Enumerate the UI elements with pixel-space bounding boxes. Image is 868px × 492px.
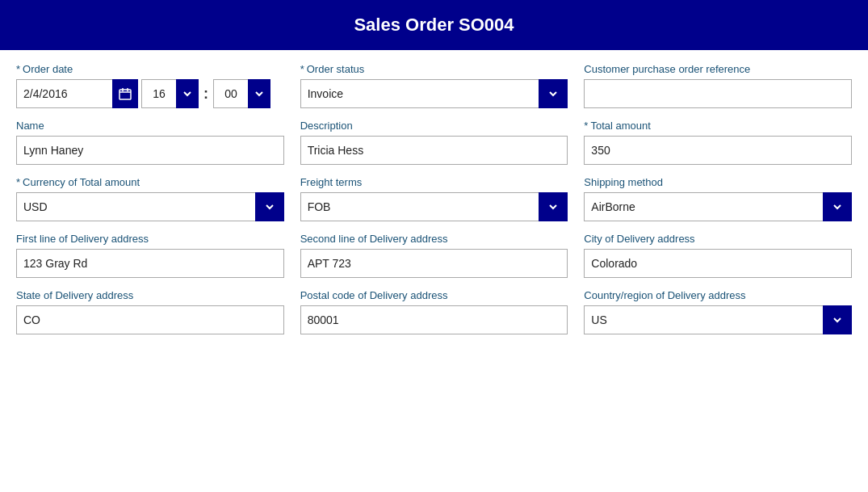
freight-terms-group: Freight terms FOB CIF EXW DDP [300, 176, 568, 221]
currency-select-wrapper: USD EUR GBP CAD [16, 192, 284, 221]
required-star-total: * [584, 120, 588, 132]
description-input[interactable] [300, 136, 568, 165]
delivery-postal-group: Postal code of Delivery address [300, 289, 568, 334]
shipping-method-group: Shipping method AirBorne Ground Express … [584, 176, 852, 221]
form-row-4: First line of Delivery address Second li… [16, 233, 852, 278]
freight-terms-select-wrapper: FOB CIF EXW DDP [300, 192, 568, 221]
order-date-group: *Order date [16, 63, 284, 108]
currency-label: *Currency of Total amount [16, 176, 284, 188]
form-area: *Order date [0, 50, 868, 359]
customer-po-ref-input[interactable] [584, 79, 852, 108]
delivery-city-group: City of Delivery address [584, 233, 852, 278]
currency-select[interactable]: USD EUR GBP CAD [16, 192, 284, 221]
time-minute-dropdown-button[interactable] [248, 79, 270, 108]
required-star-order-status: * [300, 63, 304, 75]
delivery-state-label: State of Delivery address [16, 289, 284, 301]
delivery-city-label: City of Delivery address [584, 233, 852, 245]
delivery-state-input[interactable] [16, 305, 284, 334]
shipping-method-label: Shipping method [584, 176, 852, 188]
order-date-input[interactable] [16, 79, 113, 108]
description-label: Description [300, 120, 568, 132]
customer-po-ref-group: Customer purchase order reference [584, 63, 852, 108]
time-minute-input[interactable] [213, 79, 249, 108]
time-minute-wrap [213, 79, 270, 108]
order-status-group: *Order status Invoice Draft Confirmed Ca… [300, 63, 568, 108]
description-group: Description [300, 120, 568, 165]
delivery-line1-label: First line of Delivery address [16, 233, 284, 245]
order-status-select[interactable]: Invoice Draft Confirmed Cancelled [300, 79, 568, 108]
page: Sales Order SO004 *Order date [0, 0, 868, 492]
order-status-label: *Order status [300, 63, 568, 75]
page-header: Sales Order SO004 [0, 0, 868, 50]
calendar-button[interactable] [112, 79, 138, 108]
chevron-down-icon [254, 89, 264, 99]
time-hour-input[interactable] [141, 79, 177, 108]
chevron-down-icon [182, 89, 192, 99]
name-input[interactable] [16, 136, 284, 165]
datetime-group: : [16, 79, 284, 108]
form-row-5: State of Delivery address Postal code of… [16, 289, 852, 334]
order-date-label: *Order date [16, 63, 284, 75]
svg-rect-0 [120, 90, 131, 99]
total-amount-label: *Total amount [584, 120, 852, 132]
delivery-line2-input[interactable] [300, 249, 568, 278]
calendar-icon [119, 87, 132, 100]
delivery-line2-group: Second line of Delivery address [300, 233, 568, 278]
delivery-line2-label: Second line of Delivery address [300, 233, 568, 245]
time-hour-dropdown-button[interactable] [176, 79, 199, 108]
form-row-3: *Currency of Total amount USD EUR GBP CA… [16, 176, 852, 221]
time-colon: : [202, 86, 210, 103]
delivery-country-label: Country/region of Delivery address [584, 289, 852, 301]
delivery-postal-label: Postal code of Delivery address [300, 289, 568, 301]
shipping-method-select-wrapper: AirBorne Ground Express Economy [584, 192, 852, 221]
delivery-city-input[interactable] [584, 249, 852, 278]
date-input-wrap [16, 79, 138, 108]
customer-po-ref-label: Customer purchase order reference [584, 63, 852, 75]
delivery-line1-input[interactable] [16, 249, 284, 278]
delivery-state-group: State of Delivery address [16, 289, 284, 334]
delivery-postal-input[interactable] [300, 305, 568, 334]
required-star-currency: * [16, 176, 20, 188]
name-label: Name [16, 120, 284, 132]
required-star-order-date: * [16, 63, 20, 75]
delivery-line1-group: First line of Delivery address [16, 233, 284, 278]
delivery-country-select-wrapper: US CA GB AU [584, 305, 852, 334]
currency-group: *Currency of Total amount USD EUR GBP CA… [16, 176, 284, 221]
freight-terms-select[interactable]: FOB CIF EXW DDP [300, 192, 568, 221]
total-amount-input[interactable] [584, 136, 852, 165]
total-amount-group: *Total amount [584, 120, 852, 165]
shipping-method-select[interactable]: AirBorne Ground Express Economy [584, 192, 852, 221]
form-row-1: *Order date [16, 63, 852, 108]
page-title: Sales Order SO004 [354, 15, 514, 35]
name-group: Name [16, 120, 284, 165]
order-status-select-wrapper: Invoice Draft Confirmed Cancelled [300, 79, 568, 108]
delivery-country-select[interactable]: US CA GB AU [584, 305, 852, 334]
form-row-2: Name Description *Total amount [16, 120, 852, 165]
time-hour-wrap [141, 79, 199, 108]
freight-terms-label: Freight terms [300, 176, 568, 188]
delivery-country-group: Country/region of Delivery address US CA… [584, 289, 852, 334]
